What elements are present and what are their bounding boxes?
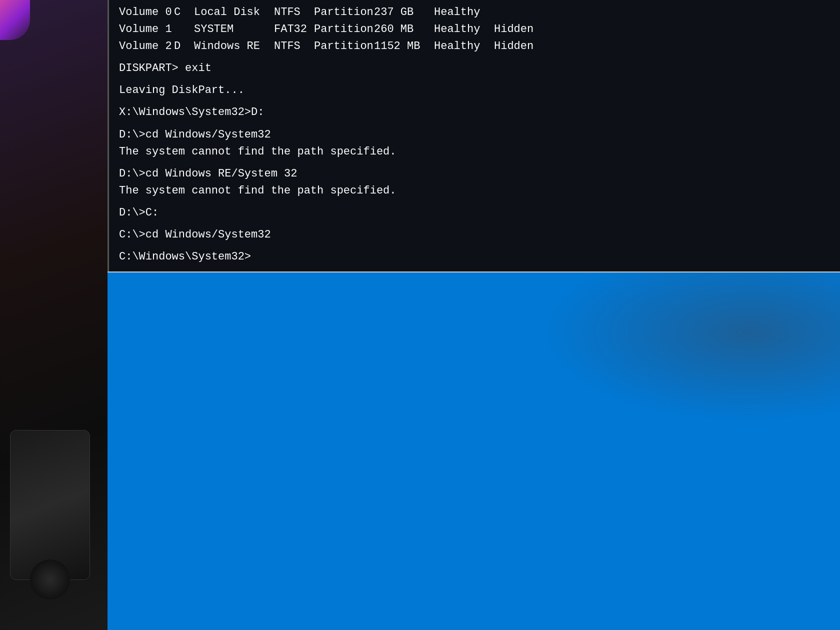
reflection-overlay [540,272,840,422]
x-to-d-cmd: X:\Windows\System32>D: [119,104,830,121]
info-col: Hidden [494,38,534,55]
device-object [10,430,90,580]
volume-col: Volume 0 [119,4,174,21]
table-row: Volume 0 C Local Disk NTFS Partition 237… [119,4,830,21]
volume-col: Volume 2 [119,38,174,55]
size-col: 1152 MB [374,38,434,55]
diskpart-table: Volume 0 C Local Disk NTFS Partition 237… [119,4,830,55]
label-col: Windows RE [194,38,274,55]
label-col: Local Disk [194,4,274,21]
letter-col: C [174,4,194,21]
size-col: 260 MB [374,21,434,38]
final-prompt: C:\Windows\System32> [119,248,830,266]
error-msg-2: The system cannot find the path specifie… [119,182,830,200]
cd-windows-sys32-2: C:\>cd Windows/System32 [119,226,830,244]
fs-col: NTFS [274,38,314,55]
error-msg-1: The system cannot find the path specifie… [119,144,830,160]
letter-col [174,21,194,38]
cd-windows-sys32-1: D:\>cd Windows/System32 [119,126,830,144]
fs-col: FAT32 [274,21,314,38]
type-col: Partition [314,21,374,38]
terminal-content: Volume 0 C Local Disk NTFS Partition 237… [109,0,840,270]
status-col: Healthy [434,21,494,38]
volume-col: Volume 1 [119,21,174,38]
d-to-c-cmd: D:\>C: [119,204,830,222]
type-col: Partition [314,38,374,55]
table-row: Volume 2 D Windows RE NTFS Partition 115… [119,38,830,55]
fs-col: NTFS [274,4,314,21]
size-col: 237 GB [374,4,434,21]
terminal-window[interactable]: Volume 0 C Local Disk NTFS Partition 237… [108,0,840,272]
left-panel [0,0,108,630]
status-col: Healthy [434,4,494,21]
leaving-diskpart: Leaving DiskPart... [119,82,830,99]
table-row: Volume 1 SYSTEM FAT32 Partition 260 MB H… [119,21,830,38]
cd-windows-re: D:\>cd Windows RE/System 32 [119,166,830,182]
status-col: Healthy [434,38,494,55]
blue-background [108,272,840,630]
info-col: Hidden [494,21,534,38]
diskpart-exit-cmd: DISKPART> exit [119,60,830,77]
letter-col: D [174,38,194,55]
label-col: SYSTEM [194,21,274,38]
type-col: Partition [314,4,374,21]
